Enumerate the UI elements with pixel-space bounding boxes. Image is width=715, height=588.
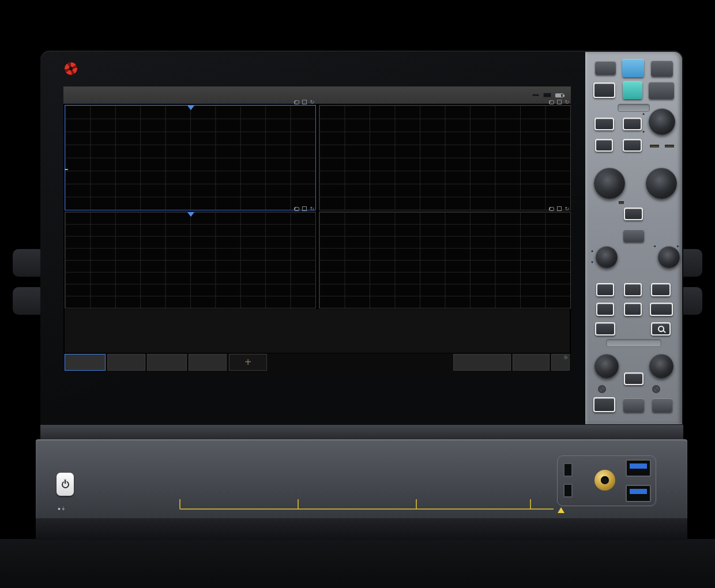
measurement-statistics-table[interactable] (65, 309, 570, 353)
ref-button[interactable] (651, 283, 671, 296)
sma-hole (601, 476, 609, 484)
universal-a-knob[interactable] (594, 354, 619, 378)
snapshot-icon[interactable] (294, 207, 299, 211)
vertical-scale-knob[interactable] (594, 168, 625, 199)
auto-setup-button[interactable] (622, 59, 644, 77)
snapshot-icon[interactable] (294, 100, 299, 104)
eye-descriptor[interactable] (189, 354, 227, 371)
default-button[interactable] (623, 81, 642, 99)
horizontal-scale-knob[interactable] (646, 168, 677, 199)
move-icon[interactable]: ↻ (565, 206, 569, 211)
grid-corner-icons: ↻ (549, 100, 569, 104)
menu-item-2[interactable] (103, 86, 143, 104)
display-persist-button[interactable] (593, 397, 615, 412)
power-button[interactable] (57, 473, 74, 496)
siglent-swirl-icon (65, 62, 77, 75)
roll-button[interactable] (624, 208, 643, 220)
usb-port-2 (626, 485, 651, 502)
grid-corner-icons: ↻ (294, 206, 314, 211)
magnifier-icon (658, 326, 664, 332)
search-button[interactable] (651, 322, 671, 336)
navigate-button[interactable] (623, 398, 644, 412)
tie-track-grid[interactable]: ↻ (319, 212, 571, 308)
waveform-grid-c3[interactable]: ↻ (65, 105, 316, 210)
b-knob[interactable] (649, 354, 673, 378)
vertical-position-knob[interactable] (596, 246, 618, 268)
f3-descriptor[interactable] (147, 354, 187, 371)
warning-triangle-icon (558, 507, 565, 513)
menu-item-8[interactable] (340, 86, 380, 104)
grid-corner-icons: ↻ (549, 206, 569, 211)
eye-diagram-grid[interactable]: ↻ (319, 105, 571, 210)
menu-item-3[interactable] (142, 86, 182, 104)
snapshot-icon[interactable] (549, 207, 554, 211)
maximize-icon[interactable] (557, 100, 562, 104)
usb-port-1 (626, 459, 651, 477)
watermark (617, 584, 714, 585)
trigd-led (665, 145, 674, 148)
ready-led (650, 145, 659, 148)
move-icon[interactable]: ↻ (310, 206, 314, 211)
input-rating-warning (558, 507, 567, 513)
cursors-adjust-section-label (606, 339, 661, 347)
channel-4-button[interactable] (624, 303, 642, 316)
touch-button[interactable] (593, 82, 615, 98)
position-down-arrow: ▼ (590, 261, 594, 264)
spo-logo (510, 377, 585, 378)
cursors-button[interactable] (624, 372, 644, 385)
trigger-setup-button[interactable] (594, 118, 614, 130)
move-icon[interactable]: ↻ (565, 100, 569, 104)
channel-1-button[interactable] (596, 283, 614, 296)
measure-button[interactable] (623, 229, 644, 242)
channel-3-button[interactable] (596, 303, 614, 316)
menu-item-5[interactable] (221, 86, 261, 104)
oscilloscope-product-shot: ↻ ↻ ↻ ↻ (0, 0, 715, 588)
trigger-position-marker[interactable] (187, 105, 194, 110)
trigger-position-marker[interactable] (187, 212, 194, 217)
add-trace-button[interactable]: + (229, 354, 267, 371)
menu-item-1[interactable] (63, 86, 103, 104)
memory-button[interactable] (650, 303, 673, 316)
position-left-arrow: ◄ (653, 244, 656, 248)
clear-sweeps-button[interactable] (649, 82, 674, 99)
io-module (557, 455, 656, 506)
maximize-icon[interactable] (557, 206, 562, 211)
channel-c3-descriptor[interactable] (65, 354, 106, 371)
variable-led (619, 201, 624, 204)
trigger-normal-button[interactable] (623, 118, 642, 130)
snapshot-icon[interactable] (549, 100, 554, 104)
maximize-icon[interactable] (302, 206, 307, 211)
sma-connector (594, 470, 615, 491)
trigger-level-knob[interactable] (649, 108, 675, 135)
aux-connector-2 (563, 484, 573, 497)
level-down-arrow: ▼ (642, 130, 645, 134)
timebase-descriptor[interactable] (453, 354, 511, 371)
front-panel-controls: ▲ ▼ ▲ ▼ ◄ ► (585, 52, 682, 424)
trigger-auto-button[interactable] (595, 139, 613, 152)
math-button[interactable] (595, 322, 615, 336)
position-right-arrow: ► (676, 244, 680, 248)
touch-screen[interactable]: ↻ ↻ ↻ ↻ (63, 86, 571, 372)
channel-2-button[interactable] (624, 283, 642, 296)
horizontal-position-knob[interactable] (658, 246, 680, 268)
clock-display[interactable]: ◷ (551, 354, 570, 371)
level-up-arrow: ▲ (642, 112, 645, 115)
menu-item-4[interactable] (182, 86, 222, 104)
scope-upper-chassis: ↻ ↻ ↻ ↻ (40, 51, 683, 425)
trigger-section-label (618, 104, 650, 112)
b-detent-icon (652, 385, 660, 393)
maximize-icon[interactable] (302, 100, 307, 104)
f1-descriptor[interactable] (107, 354, 145, 371)
move-icon[interactable]: ↻ (310, 100, 314, 104)
chassis-step (40, 425, 683, 440)
user-button[interactable] (652, 398, 672, 412)
a-detent-icon (598, 385, 606, 393)
trigger-single-button[interactable] (623, 139, 642, 152)
channel-c3-marker[interactable] (65, 169, 68, 170)
bathtub-curve-grid[interactable]: ↻ (65, 212, 316, 308)
position-up-arrow: ▲ (590, 249, 594, 252)
menu-items (63, 86, 379, 104)
save-button[interactable] (595, 61, 616, 75)
run-stop-button[interactable] (651, 61, 673, 77)
trigger-descriptor[interactable] (513, 354, 550, 371)
